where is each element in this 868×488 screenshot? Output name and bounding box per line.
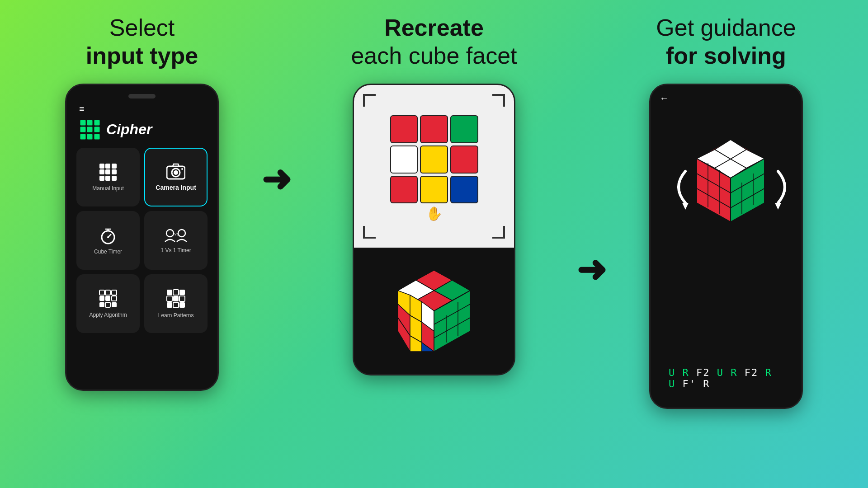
- svg-rect-35: [112, 296, 117, 301]
- menu-grid: Manual Input Camera Input: [75, 148, 209, 333]
- svg-rect-15: [99, 176, 104, 181]
- algo-green-2: U R: [717, 367, 738, 378]
- camera-view: ✋: [354, 85, 514, 248]
- svg-rect-32: [112, 290, 117, 295]
- svg-rect-5: [94, 127, 100, 132]
- bottom-cube-section: [354, 248, 514, 374]
- svg-point-21: [181, 168, 183, 170]
- svg-rect-31: [105, 290, 110, 295]
- 1v1-timer-label: 1 Vs 1 Timer: [160, 247, 191, 253]
- cell-1: [420, 115, 448, 143]
- svg-rect-14: [112, 169, 117, 174]
- algorithm-text: U R F2 U R F2 R U F' R: [660, 358, 793, 399]
- phone-frame-3: ←: [649, 84, 803, 409]
- svg-rect-6: [80, 134, 86, 140]
- svg-point-27: [166, 230, 174, 237]
- back-button[interactable]: ←: [660, 93, 669, 103]
- svg-point-20: [174, 170, 178, 175]
- svg-rect-37: [105, 302, 110, 307]
- corner-bl: [363, 226, 376, 239]
- svg-rect-36: [99, 302, 104, 307]
- cell-5: [450, 145, 478, 174]
- col2-title: Recreateeach cube facet: [351, 14, 517, 70]
- column-3: Get guidancefor solving ←: [611, 14, 841, 409]
- algorithm-icon: U R' L: [99, 289, 118, 308]
- svg-rect-40: [167, 290, 172, 295]
- cell-2: [450, 115, 478, 143]
- cell-7: [420, 176, 448, 204]
- app-name-label: Cipher: [106, 121, 152, 138]
- stopwatch-icon: [99, 226, 117, 245]
- main-container: Selectinput type ≡: [0, 0, 868, 488]
- learn-patterns-button[interactable]: Learn Patterns: [144, 274, 208, 333]
- cell-3: [390, 145, 418, 174]
- svg-point-28: [178, 230, 185, 237]
- solving-cube-svg: [667, 126, 794, 248]
- manual-input-label: Manual Input: [92, 185, 123, 192]
- svg-rect-41: [173, 290, 179, 295]
- col1-title-bold: input type: [86, 42, 198, 69]
- cell-6: [390, 176, 418, 204]
- apply-algorithm-label: Apply Algorithm: [89, 312, 127, 318]
- camera-icon: [166, 163, 185, 180]
- manual-input-button[interactable]: Manual Input: [76, 148, 140, 206]
- camera-input-button[interactable]: Camera Input: [144, 148, 208, 206]
- camera-input-label: Camera Input: [156, 184, 196, 191]
- svg-rect-1: [87, 120, 93, 126]
- svg-point-26: [107, 236, 109, 238]
- svg-rect-0: [80, 120, 86, 126]
- svg-rect-2: [94, 120, 100, 126]
- patterns-icon: [166, 289, 186, 309]
- svg-marker-79: [775, 203, 781, 210]
- svg-rect-43: [167, 296, 172, 301]
- cell-8: [450, 176, 478, 204]
- learn-patterns-label: Learn Patterns: [158, 312, 194, 319]
- status-bar: ≡: [75, 104, 209, 114]
- svg-rect-47: [173, 302, 179, 308]
- svg-rect-42: [179, 290, 185, 295]
- svg-rect-46: [167, 302, 172, 308]
- 1v1-icon: Vs: [164, 227, 188, 244]
- svg-rect-38: [112, 302, 117, 307]
- phone3-top-bar: ←: [651, 85, 802, 108]
- 1v1-timer-button[interactable]: Vs 1 Vs 1 Timer: [144, 211, 208, 270]
- svg-marker-78: [682, 203, 689, 210]
- 3d-cube-preview: [384, 261, 484, 361]
- svg-rect-34: [105, 296, 110, 301]
- algo-green-1: U R: [669, 367, 689, 378]
- svg-rect-13: [105, 169, 110, 174]
- hamburger-icon[interactable]: ≡: [79, 104, 85, 114]
- corner-tl: [363, 94, 376, 107]
- app-logo-icon: [79, 119, 101, 141]
- apply-algorithm-button[interactable]: U R' L Apply Algorithm: [76, 274, 140, 333]
- phone-frame-1: ≡ Cipher: [65, 84, 219, 391]
- svg-rect-12: [99, 169, 104, 174]
- cell-4: [420, 145, 448, 174]
- cube-timer-label: Cube Timer: [94, 249, 122, 255]
- svg-rect-11: [112, 164, 117, 169]
- col1-title: Selectinput type: [86, 14, 198, 70]
- corner-br: [492, 226, 505, 239]
- algo-white-2: F2: [737, 367, 765, 378]
- svg-rect-30: [99, 290, 104, 295]
- svg-rect-7: [87, 134, 93, 140]
- svg-rect-8: [94, 134, 100, 140]
- arrow-2-to-3: ➜: [572, 249, 611, 291]
- column-2: Recreateeach cube facet: [296, 14, 572, 375]
- svg-rect-48: [179, 302, 185, 308]
- svg-rect-3: [80, 127, 86, 132]
- svg-rect-33: [99, 296, 104, 301]
- grid-icon: [99, 163, 118, 182]
- camera-rubik-grid: [390, 115, 478, 203]
- algo-white-1: F2: [689, 367, 717, 378]
- app-header: Cipher: [75, 119, 209, 148]
- solving-cube-container: [667, 126, 785, 244]
- col3-title: Get guidancefor solving: [656, 14, 796, 70]
- svg-rect-10: [105, 164, 110, 169]
- cube-timer-button[interactable]: Cube Timer: [76, 211, 140, 270]
- cell-0: [390, 115, 418, 143]
- svg-rect-9: [99, 164, 104, 169]
- svg-rect-17: [112, 176, 117, 181]
- hand-indicator: ✋: [426, 206, 443, 221]
- svg-rect-44: [173, 296, 179, 301]
